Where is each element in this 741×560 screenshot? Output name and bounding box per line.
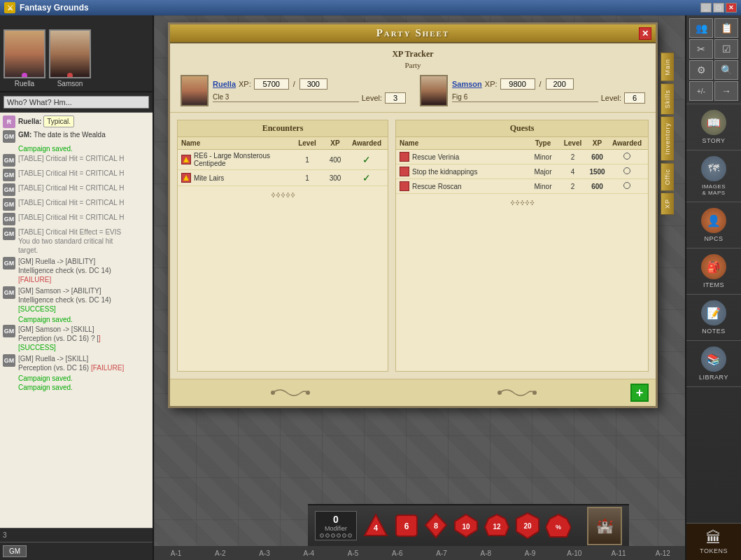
gm-button[interactable]: GM — [3, 545, 27, 557]
items-nav-btn[interactable]: 🎒 Items — [686, 248, 741, 295]
chat-message: GM GM: The date is the Wealda — [3, 130, 150, 143]
samson-name: Samson — [57, 80, 83, 88]
plusminus-icon-btn[interactable]: +/- — [689, 81, 713, 101]
quest-icon — [400, 152, 409, 162]
quest-name[interactable]: Rescue Verinia — [412, 153, 525, 161]
token-ruella[interactable]: Ruella — [3, 29, 45, 88]
cut-icon-btn[interactable]: ✂ — [689, 39, 713, 59]
gm-icon: GM — [3, 130, 15, 143]
dice-tower[interactable]: 🏰 — [587, 507, 622, 545]
samson-class: Fig 6 — [452, 93, 598, 102]
tab-inventory[interactable]: Inventory — [661, 116, 674, 161]
encounters-table: Name Level XP Awarded RE6 - Large Monste… — [178, 137, 388, 204]
campaign-saved: Campaign saved. — [3, 384, 150, 391]
enc-name[interactable]: RE6 - Large Monsterous Centipede — [194, 152, 293, 167]
samson-dot — [67, 73, 73, 78]
gm-icon: GM — [3, 198, 15, 211]
right-sidebar: 👥 📋 ✂ ☑ ⚙ 🔍 +/- → 📖 Story 🗺 Images& Maps… — [685, 15, 741, 560]
arrow-icon-btn[interactable]: → — [714, 81, 738, 101]
notes-nav-btn[interactable]: 📝 Notes — [686, 295, 741, 341]
ruella-name-link[interactable]: Ruella — [213, 80, 236, 88]
quest-type: Minor — [525, 153, 560, 161]
grid-a4: A-4 — [287, 550, 331, 557]
quest-table-header: Name Type Level XP Awarded — [396, 137, 648, 150]
gm-icon: GM — [3, 213, 15, 225]
chat-text: [TABLE] Critical Hit = CRITICAL H — [18, 169, 150, 178]
enc-awarded[interactable]: ✓ — [349, 154, 384, 165]
party-sheet-close-btn[interactable]: ✕ — [639, 27, 651, 40]
die-d100[interactable]: % — [546, 513, 571, 538]
ruella-xp-portrait — [181, 75, 209, 106]
tab-skills[interactable]: Skills — [661, 83, 674, 115]
samson-level[interactable] — [624, 92, 645, 104]
die-d10[interactable]: 10 — [453, 513, 479, 538]
samson-name-link[interactable]: Samson — [452, 80, 482, 88]
titlebar: ⚔ Fantasy Grounds _ □ ✕ — [0, 0, 741, 15]
tab-xp[interactable]: XP — [661, 192, 674, 215]
tokens-nav-btn[interactable]: 🏛 Tokens — [686, 523, 741, 560]
enc-col-awarded: Awarded — [349, 139, 384, 147]
die-d12[interactable]: 12 — [484, 513, 509, 538]
map-area[interactable]: Party Sheet ✕ Main Skills Inventory Offi… — [154, 15, 685, 560]
tab-offic[interactable]: Offic — [661, 162, 674, 191]
library-nav-btn[interactable]: 📚 Library — [686, 341, 741, 387]
svg-point-3 — [306, 391, 310, 395]
ruella-xp-needed[interactable] — [299, 78, 327, 90]
users-icon-btn[interactable]: 👥 — [689, 18, 713, 38]
chat-message: GM [TABLE] Critical Hit = CRITICAL H — [3, 183, 150, 196]
quest-type: Major — [525, 168, 560, 176]
enc-name[interactable]: Mite Lairs — [194, 174, 293, 182]
npcs-nav-btn[interactable]: 👤 NPCs — [686, 202, 741, 248]
quest-awarded[interactable] — [609, 182, 644, 190]
samson-xp-needed[interactable] — [546, 78, 574, 90]
check-icon-btn[interactable]: ☑ — [714, 39, 738, 59]
quest-awarded[interactable] — [609, 167, 644, 176]
encounters-header: Encounters — [178, 120, 388, 137]
footer-decor-right — [404, 384, 630, 402]
quest-awarded[interactable] — [609, 153, 644, 161]
notes-label: Notes — [702, 328, 726, 335]
die-d8[interactable]: 8 — [424, 512, 448, 539]
dot5 — [342, 533, 346, 538]
grid-a10: A-10 — [552, 550, 596, 557]
search-icon-btn[interactable]: 🔍 — [714, 60, 738, 80]
quest-name[interactable]: Rescue Roscan — [412, 183, 525, 190]
samson-xp-portrait — [420, 75, 448, 106]
ruella-level[interactable] — [385, 92, 406, 104]
party-sheet: Party Sheet ✕ Main Skills Inventory Offi… — [168, 22, 658, 408]
maximize-btn[interactable]: □ — [713, 3, 724, 13]
close-btn[interactable]: ✕ — [726, 3, 737, 13]
modifier-box: 0 Modifier — [315, 511, 357, 540]
chat-text: [TABLE] Critical Hit = CRITICAL H — [18, 198, 150, 207]
add-entry-btn[interactable]: + — [630, 384, 649, 402]
die-d20[interactable]: 20 — [515, 512, 540, 540]
svg-text:4: 4 — [374, 524, 379, 532]
chat-input[interactable] — [3, 96, 149, 108]
images-nav-btn[interactable]: 🗺 Images& Maps — [686, 150, 741, 202]
tab-main[interactable]: Main — [661, 52, 674, 82]
chat-message: GM [TABLE] Critical Hit = CRITICAL H — [3, 169, 150, 181]
chat-message: GM [GM] Ruella -> [ABILITY]Intelligence … — [3, 257, 150, 284]
main-container: Ruella Samson R Ruella: Typical. — [0, 15, 741, 560]
dot3 — [331, 533, 335, 538]
grid-a2: A-2 — [198, 550, 242, 557]
die-d4[interactable]: 4 — [362, 512, 389, 539]
quest-name[interactable]: Stop the kidnappings — [412, 168, 525, 176]
chat-message: GM [GM] Samson -> [SKILL]Perception (vs.… — [3, 325, 150, 352]
gear-icon-btn[interactable]: ⚙ — [689, 60, 713, 80]
svg-marker-0 — [183, 157, 189, 162]
minimize-btn[interactable]: _ — [700, 3, 712, 13]
npcs-label: NPCs — [704, 235, 723, 242]
ruella-xp-input[interactable] — [254, 78, 289, 90]
quests-header: Quests — [396, 120, 648, 137]
window-controls[interactable]: _ □ ✕ — [700, 3, 737, 13]
quest-row: Rescue Verinia Minor 2 600 — [396, 150, 648, 164]
die-d6[interactable]: 6 — [395, 514, 418, 538]
enc-awarded[interactable]: ✓ — [349, 172, 384, 183]
list-icon-btn[interactable]: 📋 — [714, 18, 738, 38]
samson-xp-input[interactable] — [500, 78, 535, 90]
story-nav-btn[interactable]: 📖 Story — [686, 104, 741, 150]
encounters-section: Encounters Name Level XP Awarded — [177, 120, 388, 372]
token-samson[interactable]: Samson — [49, 29, 91, 88]
grid-a8: A-8 — [464, 550, 508, 557]
